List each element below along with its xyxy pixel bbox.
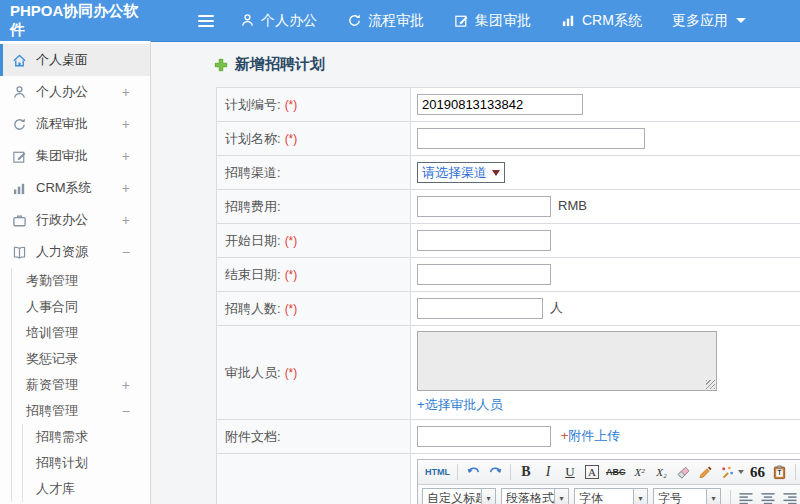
dropdown-button[interactable]: ▾ (555, 488, 569, 504)
chevron-down-icon (736, 18, 746, 23)
required-mark: (*) (285, 366, 298, 380)
italic-button[interactable]: I (538, 462, 558, 482)
sidebar-item-hr-contract[interactable]: 人事合同 (12, 294, 150, 320)
superscript-button[interactable]: X² (630, 462, 650, 482)
blockquote-button[interactable]: 66 (748, 462, 768, 482)
expand-plus-icon[interactable]: + (122, 377, 130, 393)
undo-button[interactable] (463, 462, 483, 482)
sidebar-item-reward-punishment[interactable]: 奖惩记录 (12, 346, 150, 372)
expand-plus-icon[interactable]: + (122, 148, 130, 164)
sidebar-item-human-resources[interactable]: 人力资源 − (0, 236, 150, 268)
sidebar-item-label: 集团审批 (36, 147, 88, 165)
strikethrough-button[interactable]: ABC (604, 462, 628, 482)
table-row: 招聘人数:(*) 人 (217, 292, 800, 326)
sidebar-item-personal-desktop[interactable]: 个人桌面 (0, 44, 150, 76)
attachment-input[interactable] (417, 426, 551, 447)
sidebar-item-label: 招聘管理 (26, 402, 78, 420)
font-size-select[interactable]: 字号▾ (653, 488, 721, 504)
nav-label: 集团审批 (475, 12, 531, 30)
paragraph-format-select[interactable]: 段落格式▾ (501, 488, 569, 504)
dropdown-button[interactable]: ▾ (634, 488, 648, 504)
headcount-input[interactable] (417, 298, 543, 319)
table-row: 计划名称:(*) (217, 122, 800, 156)
table-row: 结束日期:(*) (217, 258, 800, 292)
sidebar-item-talent-pool[interactable]: 人才库 (23, 476, 150, 502)
nav-group-approval[interactable]: 集团审批 (454, 12, 531, 30)
expand-plus-icon[interactable]: + (122, 116, 130, 132)
nav-personal-office[interactable]: 个人办公 (240, 12, 317, 30)
sidebar-item-group-approval[interactable]: 集团审批 + (0, 140, 150, 172)
hamburger-menu-icon[interactable] (198, 12, 214, 30)
nav-workflow-approval[interactable]: 流程审批 (347, 12, 424, 30)
font-family-select[interactable]: 字体▾ (574, 488, 648, 504)
attachment-upload-link[interactable]: +附件上传 (561, 428, 621, 443)
cycle-arrow-icon (12, 117, 27, 132)
sidebar-item-workflow-approval[interactable]: 流程审批 + (0, 108, 150, 140)
dropdown-button[interactable]: ▾ (482, 488, 496, 504)
redo-button[interactable] (485, 462, 505, 482)
sidebar-item-recruit-demand[interactable]: 招聘需求 (23, 424, 150, 450)
table-row: 招聘渠道: 请选择渠道 (217, 156, 800, 190)
nav-more-apps[interactable]: 更多应用 (672, 12, 746, 30)
table-row: HTML B I U A ABC X² X₂ (217, 454, 800, 504)
resize-grip-icon[interactable] (706, 380, 715, 389)
align-left-button[interactable] (736, 488, 756, 504)
nav-label: 流程审批 (368, 12, 424, 30)
field-label: 结束日期: (225, 267, 281, 282)
align-right-button[interactable] (780, 488, 800, 504)
start-date-input[interactable] (417, 230, 551, 251)
font-border-button[interactable]: A (582, 462, 602, 482)
custom-title-select[interactable]: 自定义标题▾ (422, 488, 496, 504)
expand-plus-icon[interactable]: + (122, 84, 130, 100)
sidebar-item-recruit-plan[interactable]: 招聘计划 (23, 450, 150, 476)
edit-icon (12, 149, 27, 164)
rich-text-editor: HTML B I U A ABC X² X₂ (417, 459, 800, 504)
sidebar-item-personal-office[interactable]: 个人办公 + (0, 76, 150, 108)
sidebar-item-salary-mgmt[interactable]: 薪资管理 + (12, 372, 150, 398)
channel-select-value: 请选择渠道 (422, 164, 487, 182)
select-approvers-link[interactable]: +选择审批人员 (417, 396, 800, 414)
html-source-button[interactable]: HTML (423, 462, 452, 482)
dropdown-button[interactable]: ▾ (707, 488, 721, 504)
field-label: 计划名称: (225, 131, 281, 146)
plan-number-input[interactable] (417, 94, 583, 115)
nav-crm-system[interactable]: CRM系统 (561, 12, 642, 30)
app-logo: PHPOA协同办公软件 (0, 2, 150, 40)
editor-toolbar-row1: HTML B I U A ABC X² X₂ (418, 460, 800, 485)
sidebar-item-recruit-mgmt[interactable]: 招聘管理 − (12, 398, 150, 424)
cost-input[interactable] (417, 196, 551, 217)
field-label: 开始日期: (225, 233, 281, 248)
required-mark: (*) (285, 234, 298, 248)
eraser-button[interactable] (674, 462, 694, 482)
approvers-textarea[interactable] (417, 331, 717, 391)
sidebar-item-training-mgmt[interactable]: 培训管理 (12, 320, 150, 346)
underline-button[interactable]: U (560, 462, 580, 482)
end-date-input[interactable] (417, 264, 551, 285)
sidebar-item-attendance-mgmt[interactable]: 考勤管理 (12, 268, 150, 294)
select-dropdown-icon (492, 170, 500, 176)
editor-toolbar-row2: 自定义标题▾ 段落格式▾ 字体▾ 字号▾ (418, 485, 800, 504)
channel-select[interactable]: 请选择渠道 (417, 162, 505, 183)
sidebar-item-label: 奖惩记录 (26, 350, 78, 368)
redo-icon (488, 465, 503, 479)
plan-name-input[interactable] (417, 128, 645, 149)
nav-label: CRM系统 (582, 12, 642, 30)
expand-plus-icon[interactable]: + (122, 180, 130, 196)
eraser-icon (676, 465, 691, 480)
align-center-button[interactable] (758, 488, 778, 504)
collapse-minus-icon[interactable]: − (122, 244, 130, 260)
expand-plus-icon[interactable]: + (122, 212, 130, 228)
auto-format-button[interactable] (718, 462, 746, 482)
person-icon (12, 85, 27, 100)
bold-button[interactable]: B (516, 462, 536, 482)
field-label: 招聘人数: (225, 301, 281, 316)
subscript-button[interactable]: X₂ (652, 462, 672, 482)
field-label: 审批人员: (225, 365, 281, 380)
collapse-minus-icon[interactable]: − (122, 403, 130, 419)
paste-button[interactable]: T (770, 462, 790, 482)
sidebar-item-admin-office[interactable]: 行政办公 + (0, 204, 150, 236)
sidebar-item-label: CRM系统 (36, 179, 92, 197)
format-painter-button[interactable] (696, 462, 716, 482)
sidebar-item-crm-system[interactable]: CRM系统 + (0, 172, 150, 204)
align-right-icon (782, 492, 798, 504)
